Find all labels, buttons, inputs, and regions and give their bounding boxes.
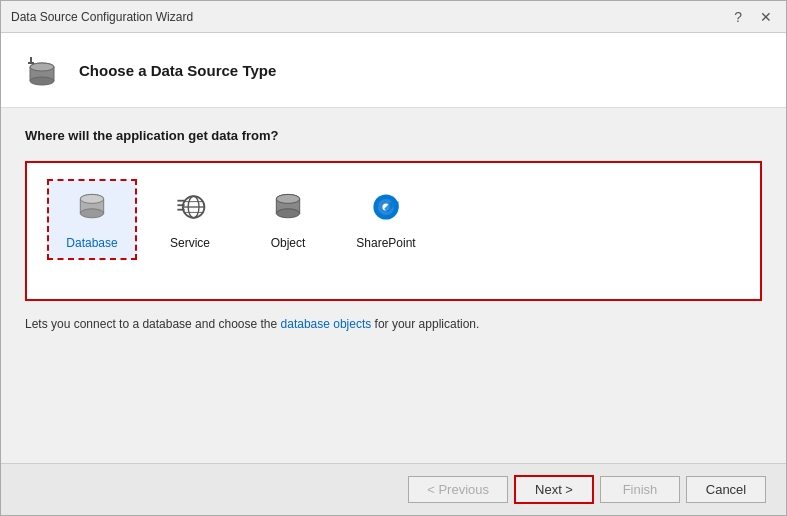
datasource-header-icon xyxy=(21,49,63,91)
title-bar: Data Source Configuration Wizard ? ✕ xyxy=(1,1,786,33)
datasource-item-object[interactable]: Object xyxy=(243,179,333,260)
help-button[interactable]: ? xyxy=(730,10,746,24)
cancel-button[interactable]: Cancel xyxy=(686,476,766,503)
svg-point-24 xyxy=(276,209,299,218)
object-icon xyxy=(270,189,306,228)
question-label: Where will the application get data from… xyxy=(25,128,762,143)
description-suffix: for your application. xyxy=(371,317,479,331)
service-label: Service xyxy=(170,236,210,250)
content-area: Choose a Data Source Type Where will the… xyxy=(1,33,786,515)
main-section: Where will the application get data from… xyxy=(1,108,786,463)
datasource-selection-box: Database xyxy=(25,161,762,301)
header-icon xyxy=(21,49,63,91)
finish-button[interactable]: Finish xyxy=(600,476,680,503)
header-section: Choose a Data Source Type xyxy=(1,33,786,108)
svg-point-4 xyxy=(30,77,54,85)
window-title: Data Source Configuration Wizard xyxy=(11,10,193,24)
database-label: Database xyxy=(66,236,117,250)
datasource-item-service[interactable]: Service xyxy=(145,179,235,260)
description-text: Lets you connect to a database and choos… xyxy=(25,315,762,333)
datasource-item-database[interactable]: Database xyxy=(47,179,137,260)
svg-point-13 xyxy=(80,194,103,203)
header-title: Choose a Data Source Type xyxy=(79,62,276,79)
sharepoint-icon xyxy=(368,189,404,228)
footer-area: < Previous Next > Finish Cancel xyxy=(1,463,786,515)
svg-point-27 xyxy=(276,194,299,203)
datasource-item-sharepoint[interactable]: SharePoint xyxy=(341,179,431,260)
database-icon xyxy=(74,189,110,228)
wizard-window: Data Source Configuration Wizard ? ✕ xyxy=(0,0,787,516)
svg-point-7 xyxy=(30,63,54,71)
svg-point-10 xyxy=(80,209,103,218)
object-label: Object xyxy=(271,236,306,250)
previous-button[interactable]: < Previous xyxy=(408,476,508,503)
title-bar-controls: ? ✕ xyxy=(730,10,776,24)
title-bar-left: Data Source Configuration Wizard xyxy=(11,10,193,24)
service-icon xyxy=(172,189,208,228)
description-link: database objects xyxy=(281,317,372,331)
description-prefix: Lets you connect to a database and choos… xyxy=(25,317,281,331)
next-button[interactable]: Next > xyxy=(514,475,594,504)
sharepoint-label: SharePoint xyxy=(356,236,415,250)
close-button[interactable]: ✕ xyxy=(756,10,776,24)
